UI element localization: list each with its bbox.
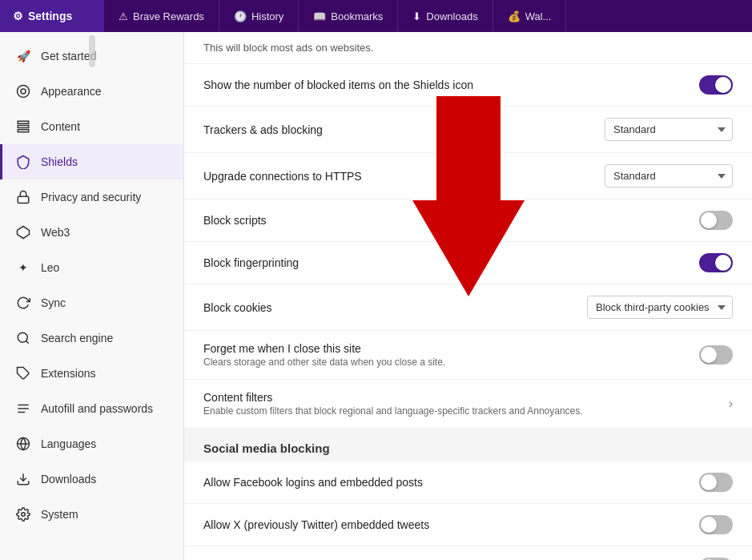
setting-upgrade-https: Upgrade connections to HTTPS Standard St…	[184, 153, 752, 199]
lock-icon	[15, 189, 31, 205]
tab-bookmarks-label: Bookmarks	[331, 10, 383, 22]
tab-brave-rewards-label: Brave Rewards	[133, 10, 204, 22]
setting-content-filters[interactable]: Content filters Enable custom filters th…	[184, 380, 752, 429]
settings-tab[interactable]: ⚙ Settings	[0, 0, 104, 32]
sidebar-item-web3[interactable]: Web3	[0, 215, 183, 250]
sidebar-item-extensions-label: Extensions	[41, 367, 95, 380]
setting-label-cookies: Block cookies	[203, 301, 577, 314]
downloads-icon: ⬇	[412, 10, 421, 22]
main-layout: 🚀 Get started Appearance Content Shields	[0, 32, 752, 560]
tab-downloads-label: Downloads	[426, 10, 477, 22]
setting-label-show-blocked: Show the number of blocked items on the …	[203, 79, 690, 91]
history-icon: 🕐	[234, 10, 247, 22]
main-content: This will block most ads on websites. Sh…	[184, 32, 752, 560]
system-icon	[15, 506, 31, 522]
setting-label-forget-me: Forget me when I close this site	[203, 342, 690, 355]
leo-icon: ✦	[15, 260, 31, 276]
setting-sublabel-content-filters: Enable custom filters that block regiona…	[203, 405, 719, 417]
sidebar-item-content-label: Content	[41, 120, 80, 133]
svg-rect-4	[18, 130, 29, 132]
setting-facebook: Allow Facebook logins and embedded posts	[184, 461, 752, 504]
sidebar-item-autofill-label: Autofill and passwords	[41, 402, 153, 415]
toggle-twitter[interactable]	[699, 515, 733, 534]
sidebar-item-languages[interactable]: Languages	[0, 426, 183, 461]
sidebar-item-content[interactable]: Content	[0, 109, 183, 144]
setting-sublabel-forget-me: Clears storage and other site data when …	[203, 357, 690, 368]
tab-history-label: History	[251, 10, 284, 22]
setting-label-twitter: Allow X (previously Twitter) embedded tw…	[203, 518, 690, 531]
rocket-icon: 🚀	[15, 48, 31, 64]
search-icon	[15, 330, 31, 346]
chevron-right-icon: ›	[729, 397, 733, 411]
extensions-icon	[15, 365, 31, 381]
setting-twitter: Allow X (previously Twitter) embedded tw…	[184, 504, 752, 546]
settings-label: Settings	[28, 10, 72, 22]
svg-rect-5	[18, 196, 29, 203]
bookmarks-icon: 📖	[313, 10, 326, 22]
svg-line-8	[26, 340, 28, 343]
sidebar-item-search-engine-label: Search engine	[41, 332, 113, 344]
svg-rect-2	[18, 121, 29, 123]
sidebar-item-leo[interactable]: ✦ Leo	[0, 250, 183, 285]
sidebar: 🚀 Get started Appearance Content Shields	[0, 32, 184, 560]
brave-rewards-icon: ⚠	[119, 10, 128, 22]
sidebar-item-privacy[interactable]: Privacy and security	[0, 179, 183, 215]
sidebar-item-leo-label: Leo	[41, 261, 59, 274]
tab-history[interactable]: 🕐 History	[219, 0, 299, 32]
setting-block-fingerprinting: Block fingerprinting	[184, 242, 752, 284]
setting-label-fingerprinting: Block fingerprinting	[203, 256, 690, 269]
setting-block-scripts: Block scripts	[184, 199, 752, 242]
languages-icon	[15, 436, 31, 452]
sidebar-item-shields-label: Shields	[41, 155, 78, 168]
sync-icon	[15, 295, 31, 311]
setting-label-trackers: Trackers & ads blocking	[203, 123, 595, 136]
tab-downloads[interactable]: ⬇ Downloads	[398, 0, 493, 32]
setting-label-block-scripts: Block scripts	[203, 214, 690, 227]
sidebar-item-autofill[interactable]: Autofill and passwords	[0, 391, 183, 426]
sidebar-item-system[interactable]: System	[0, 497, 183, 532]
sidebar-item-system-label: System	[41, 508, 78, 521]
toggle-show-blocked[interactable]	[699, 75, 733, 95]
content-area: This will block most ads on websites. Sh…	[184, 32, 752, 560]
setting-label-https: Upgrade connections to HTTPS	[203, 170, 595, 183]
sidebar-item-sync[interactable]: Sync	[0, 285, 183, 320]
toggle-block-fingerprinting[interactable]	[699, 253, 733, 272]
svg-point-0	[18, 86, 30, 98]
tab-wallet[interactable]: 💰 Wal...	[493, 0, 567, 32]
top-note: This will block most ads on websites.	[184, 32, 752, 64]
sidebar-item-downloads-label: Downloads	[41, 473, 96, 485]
svg-point-1	[21, 89, 26, 94]
toggle-forget-me[interactable]	[699, 345, 733, 365]
setting-label-content-filters: Content filters	[203, 391, 719, 404]
sidebar-item-shields[interactable]: Shields	[0, 144, 183, 179]
svg-rect-3	[18, 126, 29, 128]
sidebar-item-appearance[interactable]: Appearance	[0, 74, 183, 109]
topbar: ⚙ Settings ⚠ Brave Rewards 🕐 History 📖 B…	[0, 0, 752, 32]
svg-marker-6	[18, 227, 30, 239]
tab-bookmarks[interactable]: 📖 Bookmarks	[299, 0, 398, 32]
wallet-icon: 💰	[508, 10, 521, 22]
autofill-icon	[15, 401, 31, 417]
svg-point-7	[18, 332, 27, 342]
sidebar-item-search-engine[interactable]: Search engine	[0, 320, 183, 356]
sidebar-item-privacy-label: Privacy and security	[41, 191, 141, 203]
appearance-icon	[15, 83, 31, 99]
settings-icon: ⚙	[13, 10, 23, 22]
toggle-block-scripts[interactable]	[699, 211, 733, 230]
social-media-section-header: Social media blocking	[184, 429, 752, 461]
download-icon	[15, 471, 31, 487]
sidebar-item-sync-label: Sync	[41, 296, 66, 309]
tab-brave-rewards[interactable]: ⚠ Brave Rewards	[104, 0, 219, 32]
svg-point-16	[22, 513, 26, 517]
toggle-facebook[interactable]	[699, 473, 733, 492]
select-block-cookies[interactable]: Block third-party cookies Block all cook…	[587, 296, 733, 319]
content-icon	[15, 119, 31, 135]
select-trackers-ads[interactable]: Standard Aggressive Disabled	[605, 118, 733, 141]
sidebar-item-languages-label: Languages	[41, 437, 96, 450]
select-upgrade-https[interactable]: Standard Strict Disabled	[605, 164, 733, 187]
shield-icon	[15, 154, 31, 170]
setting-label-facebook: Allow Facebook logins and embedded posts	[203, 476, 690, 489]
sidebar-item-extensions[interactable]: Extensions	[0, 356, 183, 391]
setting-linkedin: Allow LinkedIn embedded posts	[184, 546, 752, 560]
sidebar-item-downloads[interactable]: Downloads	[0, 461, 183, 497]
